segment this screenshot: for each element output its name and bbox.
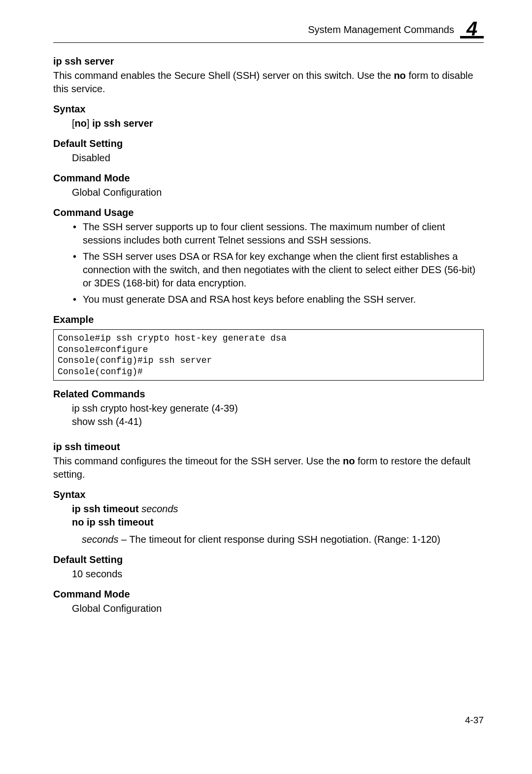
syntax-line: no ip ssh timeout [72, 516, 484, 529]
param-description: seconds – The timeout for client respons… [82, 533, 484, 546]
mode-heading: Command Mode [53, 588, 484, 601]
usage-list: The SSH server supports up to four clien… [72, 220, 484, 306]
default-heading: Default Setting [53, 137, 484, 150]
default-value: Disabled [72, 151, 484, 165]
example-heading: Example [53, 313, 484, 326]
desc-bold: no [394, 70, 405, 81]
mode-value: Global Configuration [72, 602, 484, 615]
default-heading: Default Setting [53, 553, 484, 566]
syntax-heading: Syntax [53, 103, 484, 116]
syntax-line: ip ssh timeout seconds [72, 502, 484, 516]
usage-heading: Command Usage [53, 206, 484, 219]
page-header: System Management Commands 4 [53, 20, 484, 39]
command-description: This command configures the timeout for … [53, 455, 484, 481]
command-title: ip ssh server [53, 55, 484, 68]
related-cmd: show ssh (4-41) [72, 415, 484, 428]
mode-heading: Command Mode [53, 172, 484, 185]
example-code-block: Console#ip ssh crypto host-key generate … [53, 329, 484, 381]
param-name: seconds [82, 534, 119, 545]
desc-text: This command enables the Secure Shell (S… [53, 70, 394, 81]
mode-value: Global Configuration [72, 186, 484, 199]
param-desc: The timeout for client response during S… [129, 534, 440, 545]
syntax-cmd: ip ssh timeout [72, 503, 141, 514]
bracket: ] [87, 118, 92, 129]
list-item: The SSH server uses DSA or RSA for key e… [72, 250, 484, 290]
syntax-cmd: ip ssh server [92, 118, 153, 129]
default-value: 10 seconds [72, 567, 484, 581]
command-description: This command enables the Secure Shell (S… [53, 69, 484, 96]
related-cmd: ip ssh crypto host-key generate (4-39) [72, 402, 484, 415]
syntax-line: [no] ip ssh server [72, 117, 484, 130]
syntax-param: seconds [141, 503, 178, 514]
desc-bold: no [343, 456, 355, 466]
param-sep: – [119, 534, 130, 545]
list-item: The SSH server supports up to four clien… [72, 220, 484, 247]
page-number: 4-37 [53, 714, 484, 727]
svg-text:4: 4 [466, 20, 477, 39]
syntax-no: no [75, 118, 87, 129]
related-heading: Related Commands [53, 387, 484, 401]
header-divider [53, 42, 484, 43]
syntax-heading: Syntax [53, 488, 484, 501]
command-title: ip ssh timeout [53, 440, 484, 454]
page-container: System Management Commands 4 ip ssh serv… [0, 0, 532, 746]
chapter-number-icon: 4 [460, 20, 484, 39]
header-title: System Management Commands [308, 23, 454, 36]
desc-text: This command configures the timeout for … [53, 456, 343, 466]
list-item: You must generate DSA and RSA host keys … [72, 293, 484, 306]
